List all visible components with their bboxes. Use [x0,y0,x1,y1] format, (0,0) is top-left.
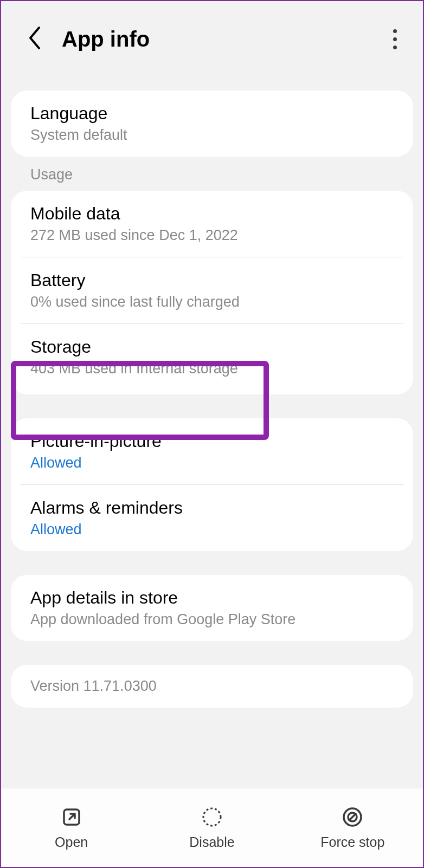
version-card: Version 11.71.0300 [11,665,413,708]
permissions-card: Picture-in-picture Allowed Alarms & remi… [11,418,413,551]
alarms-title: Alarms & reminders [30,498,394,518]
alarms-subtitle: Allowed [30,521,394,538]
bottom-action-bar: Open Disable Force stop [1,788,423,867]
mobile-data-title: Mobile data [30,204,394,224]
usage-card: Mobile data 272 MB used since Dec 1, 202… [11,191,413,394]
app-details-title: App details in store [30,588,394,608]
storage-item[interactable]: Storage 403 MB used in Internal storage [11,324,413,394]
pip-subtitle: Allowed [30,455,394,471]
pip-title: Picture-in-picture [30,431,394,451]
disable-icon [200,805,224,829]
language-subtitle: System default [30,127,394,144]
storage-subtitle: 403 MB used in Internal storage [30,360,394,377]
mobile-data-item[interactable]: Mobile data 272 MB used since Dec 1, 202… [11,191,413,257]
open-icon [60,805,83,829]
battery-item[interactable]: Battery 0% used since last fully charged [11,257,413,323]
svg-point-1 [203,808,221,826]
battery-subtitle: 0% used since last fully charged [30,294,394,310]
force-stop-button[interactable]: Force stop [282,788,423,867]
language-title: Language [30,103,394,124]
usage-section-label: Usage [1,157,423,191]
mobile-data-subtitle: 272 MB used since Dec 1, 2022 [30,227,394,244]
page-title: App info [62,27,384,51]
language-card: Language System default [11,90,413,157]
disable-label: Disable [189,834,234,850]
app-details-item[interactable]: App details in store App downloaded from… [11,575,413,641]
header: App info [1,1,423,77]
battery-title: Battery [30,270,394,290]
back-icon[interactable] [27,25,42,53]
alarms-item[interactable]: Alarms & reminders Allowed [11,485,413,551]
disable-button[interactable]: Disable [142,788,282,867]
open-label: Open [55,834,88,850]
force-stop-label: Force stop [320,834,384,850]
version-text: Version 11.71.0300 [30,678,394,695]
app-details-subtitle: App downloaded from Google Play Store [30,611,394,628]
more-menu-icon[interactable] [384,21,406,58]
storage-title: Storage [30,337,394,357]
app-details-card: App details in store App downloaded from… [11,575,413,641]
open-button[interactable]: Open [1,788,142,867]
language-item[interactable]: Language System default [11,90,413,157]
force-stop-icon [341,805,364,829]
pip-item[interactable]: Picture-in-picture Allowed [11,418,413,484]
